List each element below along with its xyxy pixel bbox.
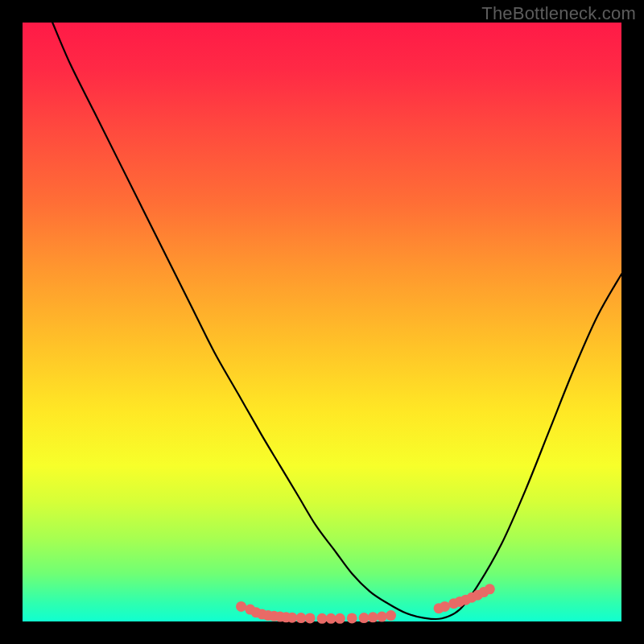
watermark-text: TheBottleneck.com [481,3,636,24]
curve-marker [440,601,450,612]
curve-marker [485,584,495,594]
curve-marker [368,612,378,622]
curve-marker [326,613,336,624]
curve-path [52,23,621,619]
curve-marker [335,613,345,624]
curve-marker [295,613,306,623]
chart-frame: TheBottleneck.com [0,0,644,644]
curve-marker [317,613,328,624]
curve-marker [359,613,369,623]
curve-marker [287,613,297,623]
curve-marker [305,613,316,623]
plot-area [23,23,621,621]
curve-marker [377,612,387,622]
curve-marker [386,610,396,621]
curve-marker [347,613,357,623]
curve-marker [236,601,246,612]
bottleneck-curve [23,23,621,621]
